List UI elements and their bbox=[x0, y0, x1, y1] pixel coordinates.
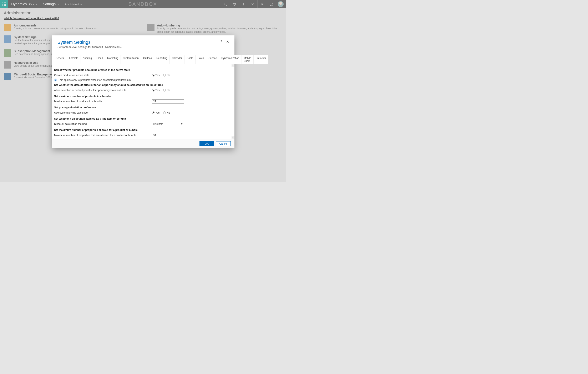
dialog-subtitle: Set system-level settings for Microsoft … bbox=[57, 45, 217, 49]
setting-label: Allow selection of default pricelist for… bbox=[54, 89, 152, 92]
section-heading: Set whether the default pricelist for an… bbox=[54, 84, 230, 86]
section-heading: Select whether products should be create… bbox=[54, 69, 230, 72]
section-heading: Set maximum number of products in a bund… bbox=[54, 95, 230, 98]
ok-button[interactable]: OK bbox=[200, 141, 214, 146]
close-icon[interactable]: ✕ bbox=[226, 40, 229, 44]
setting-label: Use system pricing calculation bbox=[54, 111, 152, 114]
chevron-down-icon: ▼ bbox=[180, 123, 183, 125]
tab-synchronization[interactable]: Synchronization bbox=[219, 55, 241, 64]
tab-email[interactable]: Email bbox=[94, 55, 105, 64]
radio-no[interactable]: No bbox=[163, 74, 170, 77]
cancel-button[interactable]: Cancel bbox=[216, 141, 231, 146]
radio-yes[interactable]: Yes bbox=[152, 111, 159, 114]
scroll-up[interactable]: ▲ bbox=[231, 64, 234, 67]
max-properties-input[interactable] bbox=[152, 133, 184, 137]
tab-auditing[interactable]: Auditing bbox=[81, 55, 94, 64]
radio-no[interactable]: No bbox=[163, 111, 170, 114]
tab-service[interactable]: Service bbox=[206, 55, 219, 64]
help-icon[interactable]: ? bbox=[220, 40, 222, 44]
info-icon: i bbox=[54, 79, 57, 81]
dialog-scroll[interactable]: Select whether products should be create… bbox=[52, 64, 231, 139]
setting-label: Maximum number of products in a bundle bbox=[54, 100, 152, 103]
info-note: i This applies only to products without … bbox=[54, 79, 230, 81]
tab-calendar[interactable]: Calendar bbox=[169, 55, 184, 64]
section-heading: Set whether a discount is applied as a l… bbox=[54, 117, 230, 120]
tab-reporting[interactable]: Reporting bbox=[154, 55, 169, 64]
setting-label: Discount calculation method bbox=[54, 123, 152, 125]
scroll-down[interactable]: ▼ bbox=[231, 136, 234, 139]
dialog-header: System Settings Set system-level setting… bbox=[52, 35, 234, 52]
tab-mobile-client[interactable]: Mobile Client bbox=[242, 55, 253, 64]
tab-general[interactable]: General bbox=[53, 55, 67, 64]
dialog-tabs: GeneralFormatsAuditingEmailMarketingCust… bbox=[52, 55, 234, 64]
setting-label: Maximum number of properties that are al… bbox=[54, 134, 152, 137]
tab-marketing[interactable]: Marketing bbox=[105, 55, 121, 64]
radio-no[interactable]: No bbox=[163, 89, 170, 92]
radio-yes[interactable]: Yes bbox=[152, 74, 159, 77]
tab-formats[interactable]: Formats bbox=[67, 55, 81, 64]
tab-customization[interactable]: Customization bbox=[121, 55, 141, 64]
tab-goals[interactable]: Goals bbox=[184, 55, 195, 64]
system-settings-dialog: System Settings Set system-level setting… bbox=[52, 35, 234, 148]
radio-yes[interactable]: Yes bbox=[152, 89, 159, 92]
section-heading: Set pricing calculation preference bbox=[54, 106, 230, 109]
setting-label: Create products in active state bbox=[54, 74, 152, 77]
dialog-footer: OK Cancel bbox=[52, 139, 234, 148]
dialog-title: System Settings bbox=[57, 40, 217, 45]
tab-previews[interactable]: Previews bbox=[253, 55, 268, 64]
tab-outlook[interactable]: Outlook bbox=[141, 55, 154, 64]
tab-sales[interactable]: Sales bbox=[195, 55, 206, 64]
dialog-body: ▲ Select whether products should be crea… bbox=[52, 64, 234, 139]
max-products-input[interactable] bbox=[152, 99, 184, 104]
section-heading: Set maximum number of properties allowed… bbox=[54, 128, 230, 131]
discount-method-select[interactable]: Line item ▼ bbox=[152, 122, 184, 126]
